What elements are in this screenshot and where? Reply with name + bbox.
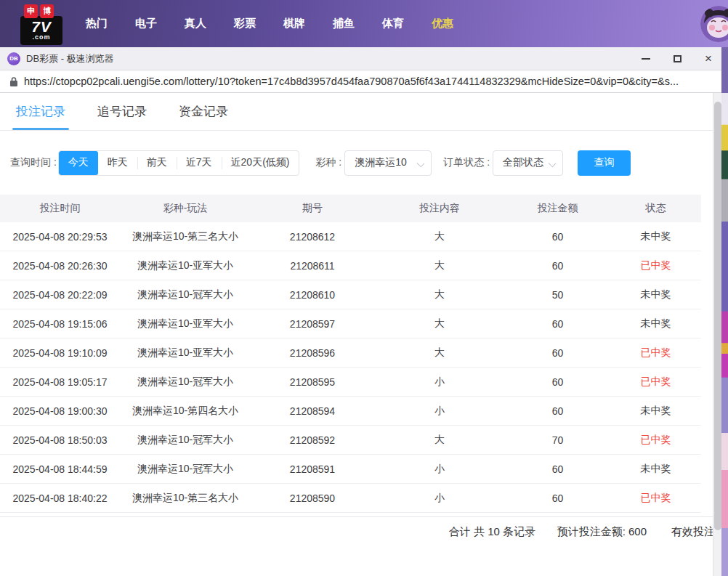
url-bar[interactable]: https://ctopcp02pcali.uengi5e.com/lotter… <box>0 70 721 93</box>
table-row: 2025-04-08 18:40:22澳洲幸运10-第三名大小21208590小… <box>0 484 701 513</box>
lottery-select-value: 澳洲幸运10 <box>355 156 407 169</box>
time-option-今天[interactable]: 今天 <box>59 151 98 175</box>
cell-status: 未中奖 <box>610 455 701 483</box>
time-option-近7天[interactable]: 近7天 <box>177 151 222 175</box>
cell-time: 2025-04-08 19:00:30 <box>0 397 120 425</box>
status-filter-label: 订单状态 : <box>443 156 490 169</box>
header-cell-投注金额: 投注金额 <box>505 195 610 222</box>
cell-content: 大 <box>374 338 505 367</box>
minimize-button[interactable] <box>640 53 652 65</box>
cell-time: 2025-04-08 20:29:53 <box>0 222 120 251</box>
header-cell-投注时间: 投注时间 <box>0 195 120 222</box>
cell-amount: 60 <box>505 368 610 396</box>
browser-favicon: DB <box>7 52 20 65</box>
maximize-button[interactable] <box>671 53 683 65</box>
cell-game: 澳洲幸运10-亚军大小 <box>120 309 251 338</box>
cell-game: 澳洲幸运10-亚军大小 <box>120 338 251 367</box>
cell-content: 大 <box>374 222 505 251</box>
nav-item-电子[interactable]: 电子 <box>135 17 157 31</box>
tab-投注记录[interactable]: 投注记录 <box>16 93 65 130</box>
cell-time: 2025-04-08 18:50:03 <box>0 426 120 454</box>
nav-item-捕鱼[interactable]: 捕鱼 <box>333 17 355 31</box>
cell-game: 澳洲幸运10-冠军大小 <box>120 426 251 454</box>
cell-issue: 21208612 <box>251 222 374 251</box>
filter-bar: 查询时间 : 今天昨天前天近7天近20天(低频) 彩种 : 澳洲幸运10 订单状… <box>0 150 721 176</box>
cell-status: 未中奖 <box>610 222 701 251</box>
cell-issue: 21208592 <box>251 426 374 454</box>
cell-issue: 21208597 <box>251 309 374 338</box>
header-cell-期号: 期号 <box>251 195 374 222</box>
nav-item-热门[interactable]: 热门 <box>86 17 108 31</box>
tab-追号记录[interactable]: 追号记录 <box>97 93 147 130</box>
cell-content: 小 <box>374 368 505 396</box>
screen: 申 博 7V .com 热门电子真人彩票棋牌捕鱼体育优惠 <box>0 0 728 576</box>
table-row: 2025-04-08 19:00:30澳洲幸运10-第四名大小21208594小… <box>0 397 701 426</box>
table-header: 投注时间彩种-玩法期号投注内容投注金额状态 <box>0 195 701 222</box>
time-filter-label: 查询时间 : <box>10 156 57 169</box>
browser-titlebar: DB DB彩票 - 极速浏览器 × <box>0 47 721 70</box>
cell-amount: 60 <box>505 251 610 280</box>
table-row: 2025-04-08 19:05:17澳洲幸运10-冠军大小21208595小6… <box>0 368 701 397</box>
bet-records-table: 投注时间彩种-玩法期号投注内容投注金额状态 2025-04-08 20:29:5… <box>0 195 701 513</box>
cell-issue: 21208594 <box>251 397 374 425</box>
lock-icon[interactable] <box>9 76 18 87</box>
summary-total: 合计 共 10 条记录 <box>449 525 535 539</box>
table-row: 2025-04-08 18:44:59澳洲幸运10-冠军大小21208591小6… <box>0 455 701 484</box>
cell-status: 未中奖 <box>610 280 701 309</box>
window-title: DB彩票 - 极速浏览器 <box>26 52 640 65</box>
logo-badges: 申 博 <box>24 4 54 18</box>
nav-item-真人[interactable]: 真人 <box>185 17 206 31</box>
logo-badge-left: 申 <box>24 4 38 18</box>
time-option-近20天(低频)[interactable]: 近20天(低频) <box>222 151 299 175</box>
vertical-scrollbar[interactable] <box>713 93 721 576</box>
cell-game: 澳洲幸运10-第四名大小 <box>120 397 251 425</box>
cell-status: 已中奖 <box>610 484 701 512</box>
nav-item-体育[interactable]: 体育 <box>382 17 404 31</box>
cell-issue: 21208595 <box>251 368 374 396</box>
summary-row: 合计 共 10 条记录 预计投注金额: 600 有效投注金额 <box>0 516 721 543</box>
logo-suffix-text: .com <box>32 34 50 41</box>
cell-content: 小 <box>374 455 505 483</box>
cell-game: 澳洲幸运10-第三名大小 <box>120 222 251 251</box>
close-button[interactable]: × <box>703 53 714 65</box>
cell-amount: 60 <box>505 309 610 338</box>
cell-status: 未中奖 <box>610 397 701 425</box>
avatar-image <box>700 6 728 42</box>
query-button[interactable]: 查询 <box>578 150 631 176</box>
user-avatar[interactable] <box>700 6 728 42</box>
nav-item-优惠[interactable]: 优惠 <box>432 17 453 31</box>
site-logo[interactable]: 申 博 7V .com <box>20 4 62 45</box>
logo-block: 7V .com <box>20 16 62 45</box>
cell-content: 大 <box>374 280 505 309</box>
cell-time: 2025-04-08 18:40:22 <box>0 484 120 512</box>
cell-content: 小 <box>374 484 505 512</box>
cell-status: 已中奖 <box>610 338 701 367</box>
order-status-select[interactable]: 全部状态 <box>493 150 563 176</box>
cell-issue: 21208591 <box>251 455 374 483</box>
tab-资金记录[interactable]: 资金记录 <box>179 93 228 130</box>
time-option-前天[interactable]: 前天 <box>137 151 177 175</box>
nav-item-彩票[interactable]: 彩票 <box>234 17 256 31</box>
cell-status: 已中奖 <box>610 368 701 396</box>
top-navbar: 申 博 7V .com 热门电子真人彩票棋牌捕鱼体育优惠 <box>0 0 728 47</box>
cell-amount: 50 <box>505 280 610 309</box>
url-text[interactable]: https://ctopcp02pcali.uengi5e.com/lotter… <box>24 76 679 87</box>
cell-time: 2025-04-08 20:22:09 <box>0 280 120 309</box>
background-window-strip <box>721 47 728 576</box>
nav-item-棋牌[interactable]: 棋牌 <box>283 17 305 31</box>
time-option-昨天[interactable]: 昨天 <box>98 151 137 175</box>
cell-time: 2025-04-08 19:05:17 <box>0 368 120 396</box>
cell-issue: 21208596 <box>251 338 374 367</box>
table-row: 2025-04-08 18:50:03澳洲幸运10-冠军大小21208592大7… <box>0 426 701 455</box>
cell-status: 未中奖 <box>610 309 701 338</box>
lottery-select[interactable]: 澳洲幸运10 <box>344 150 432 176</box>
cell-issue: 21208610 <box>251 280 374 309</box>
cell-amount: 60 <box>505 455 610 483</box>
cell-status: 已中奖 <box>610 251 701 280</box>
cell-content: 大 <box>374 309 505 338</box>
cell-game: 澳洲幸运10-第三名大小 <box>120 484 251 512</box>
table-row: 2025-04-08 20:29:53澳洲幸运10-第三名大小21208612大… <box>0 222 701 251</box>
cell-time: 2025-04-08 19:15:06 <box>0 309 120 338</box>
scrollbar-thumb[interactable] <box>714 102 721 530</box>
cell-amount: 60 <box>505 338 610 367</box>
